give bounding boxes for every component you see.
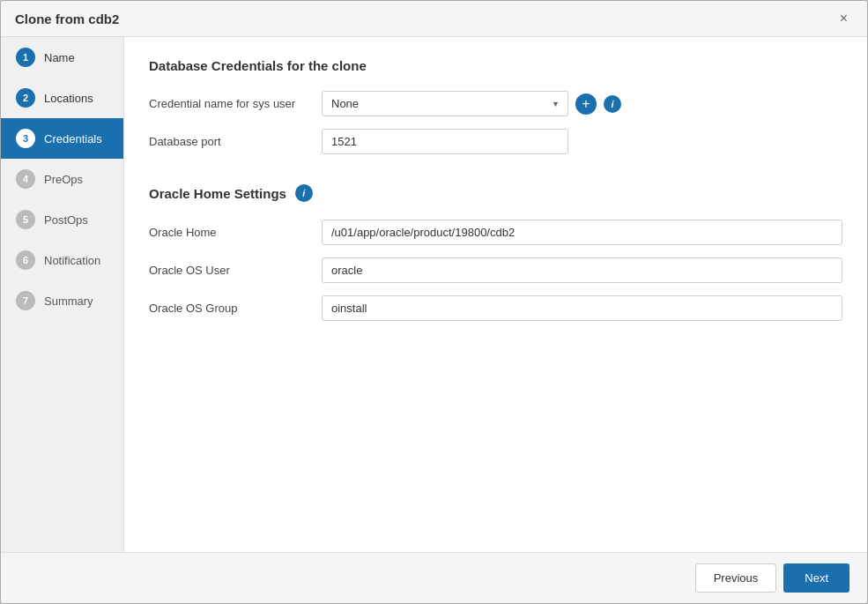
sidebar-label-postops: PostOps <box>44 213 88 227</box>
sidebar: 1 Name 2 Locations 3 Credentials 4 PreOp… <box>1 37 124 552</box>
credential-select-container: None <box>322 91 568 116</box>
sidebar-label-credentials: Credentials <box>44 132 102 145</box>
dialog-body: 1 Name 2 Locations 3 Credentials 4 PreOp… <box>1 37 867 552</box>
step-badge-1: 1 <box>16 48 35 67</box>
oracle-home-title: Oracle Home Settings <box>149 186 286 201</box>
next-button[interactable]: Next <box>783 563 849 593</box>
db-credentials-title: Database Credentials for the clone <box>149 58 842 73</box>
credential-name-group: Credential name for sys user None + i <box>149 91 842 116</box>
dialog-footer: Previous Next <box>1 552 867 603</box>
close-button[interactable]: × <box>835 10 853 27</box>
credential-name-label: Credential name for sys user <box>149 97 308 110</box>
step-badge-2: 2 <box>16 88 35 108</box>
oracle-os-user-label: Oracle OS User <box>149 264 308 277</box>
step-badge-7: 7 <box>16 291 35 310</box>
previous-button[interactable]: Previous <box>695 563 777 593</box>
oracle-os-user-input[interactable] <box>322 257 842 283</box>
credential-info-icon[interactable]: i <box>604 95 621 113</box>
step-badge-6: 6 <box>16 250 35 270</box>
oracle-home-section-header: Oracle Home Settings i <box>149 184 842 202</box>
oracle-os-group-group: Oracle OS Group <box>149 295 842 321</box>
oracle-home-label: Oracle Home <box>149 226 308 239</box>
oracle-home-input[interactable] <box>322 220 842 245</box>
sidebar-label-summary: Summary <box>44 295 93 308</box>
sidebar-item-preops[interactable]: 4 PreOps <box>1 159 123 199</box>
sidebar-item-postops[interactable]: 5 PostOps <box>1 199 123 240</box>
credential-select-wrapper: None + i <box>322 91 621 116</box>
sidebar-label-notification: Notification <box>44 254 100 267</box>
oracle-home-group: Oracle Home <box>149 220 842 245</box>
db-port-input[interactable] <box>322 129 568 154</box>
sidebar-item-locations[interactable]: 2 Locations <box>1 78 123 118</box>
oracle-os-group-label: Oracle OS Group <box>149 302 308 315</box>
dialog-header: Clone from cdb2 × <box>1 1 867 37</box>
sidebar-item-notification[interactable]: 6 Notification <box>1 240 123 280</box>
main-content: Database Credentials for the clone Crede… <box>124 37 867 552</box>
sidebar-label-preops: PreOps <box>44 173 83 186</box>
oracle-home-info-icon[interactable]: i <box>295 184 313 202</box>
db-port-group: Database port <box>149 129 842 154</box>
dialog-title: Clone from cdb2 <box>15 11 119 26</box>
credential-select[interactable]: None <box>322 91 568 116</box>
oracle-os-group-input[interactable] <box>322 295 842 321</box>
add-credential-button[interactable]: + <box>575 93 597 115</box>
sidebar-item-credentials[interactable]: 3 Credentials <box>1 118 123 159</box>
sidebar-label-locations: Locations <box>44 92 93 105</box>
oracle-os-user-group: Oracle OS User <box>149 257 842 283</box>
db-port-label: Database port <box>149 135 308 148</box>
step-badge-3: 3 <box>16 129 35 148</box>
clone-dialog: Clone from cdb2 × 1 Name 2 Locations 3 C… <box>0 0 868 604</box>
section-spacer <box>149 167 842 184</box>
sidebar-item-name[interactable]: 1 Name <box>1 37 123 78</box>
sidebar-item-summary[interactable]: 7 Summary <box>1 280 123 321</box>
step-badge-5: 5 <box>16 210 35 229</box>
sidebar-label-name: Name <box>44 51 75 64</box>
step-badge-4: 4 <box>16 169 35 189</box>
